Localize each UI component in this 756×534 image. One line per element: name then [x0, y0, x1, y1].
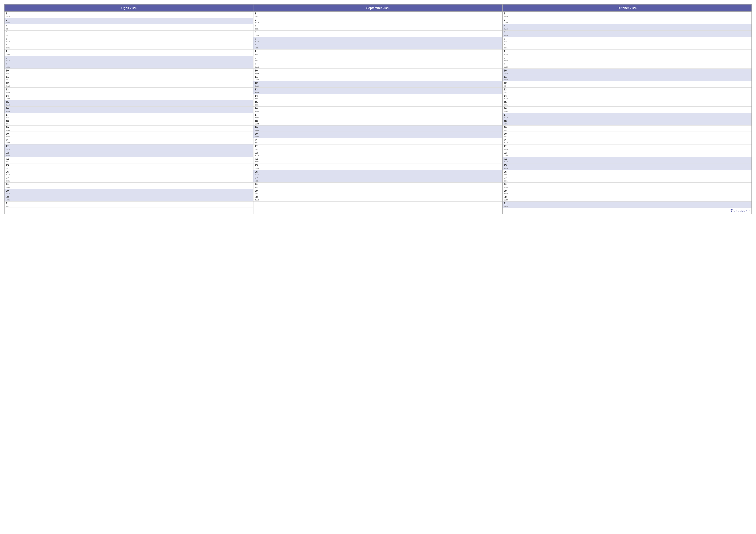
day-number: 4 — [255, 31, 259, 34]
day-name: RAB — [6, 129, 10, 131]
day-number: 19 — [6, 126, 10, 129]
day-number: 2 — [6, 18, 10, 21]
day-row: 1KHA — [502, 12, 751, 18]
day-number: 4 — [6, 31, 10, 34]
day-row: 8SAB — [5, 56, 253, 62]
day-row: 7RAB — [502, 50, 751, 56]
day-number: 23 — [255, 151, 259, 154]
day-number: 12 — [504, 82, 508, 85]
day-name: SEL — [504, 136, 508, 138]
day-row: 10ISN — [5, 69, 253, 75]
day-row: 2JUM — [502, 18, 751, 24]
day-number: 21 — [504, 139, 508, 142]
day-name: JUM — [6, 53, 10, 55]
day-row: 3SAB — [502, 24, 751, 31]
day-number: 22 — [504, 145, 508, 148]
day-number: 8 — [6, 56, 10, 60]
day-name: SEL — [255, 60, 259, 62]
day-number: 30 — [6, 195, 10, 198]
day-number: 19 — [255, 126, 259, 129]
day-name: ISN — [6, 161, 10, 163]
day-number: 10 — [255, 69, 259, 72]
day-number: 15 — [504, 101, 508, 104]
day-number: 3 — [255, 25, 259, 28]
day-number: 8 — [255, 56, 259, 60]
day-number: 19 — [504, 126, 508, 129]
day-row: 20AHA — [254, 132, 502, 138]
day-row: 27KHA — [5, 176, 253, 182]
day-row: 2AHA — [5, 18, 253, 24]
day-name: AHA — [6, 22, 10, 24]
day-number: 3 — [6, 25, 10, 28]
day-number: 31 — [504, 202, 508, 205]
day-number: 27 — [504, 177, 508, 180]
day-name: JUM — [255, 35, 259, 37]
day-name: JUM — [255, 79, 259, 81]
day-name: ISN — [255, 53, 259, 55]
day-name: SEL — [255, 192, 259, 194]
day-row: 7JUM — [5, 50, 253, 56]
day-row: 6SEL — [502, 43, 751, 50]
day-name: SEL — [504, 47, 508, 49]
day-row: 18AHA — [502, 119, 751, 126]
day-number: 23 — [6, 151, 10, 154]
day-number: 5 — [255, 38, 259, 40]
day-row: 24KHA — [254, 157, 502, 164]
day-name: KHA — [255, 117, 259, 119]
day-row: 18JUM — [254, 119, 502, 126]
day-row: 11SEL — [5, 75, 253, 81]
day-number: 15 — [255, 101, 259, 104]
day-number: 16 — [504, 107, 508, 110]
calendar-grid: Ogos 20261SAB2AHA3ISN4SEL5RAB6KHA7JUM8SA… — [4, 4, 752, 214]
day-number: 14 — [504, 94, 508, 97]
day-name: ISN — [255, 142, 259, 144]
day-row: 8KHA — [502, 56, 751, 62]
day-number: 10 — [6, 69, 10, 72]
day-number: 15 — [6, 101, 10, 104]
day-row: 11JUM — [254, 75, 502, 81]
day-row: 4AHA — [502, 31, 751, 37]
day-row: 16AHA — [5, 107, 253, 113]
day-number: 29 — [255, 189, 259, 192]
day-number: 7 — [6, 50, 10, 53]
day-number: 12 — [6, 82, 10, 85]
day-number: 28 — [6, 183, 10, 186]
day-number: 12 — [255, 82, 259, 85]
day-row: 29SEL — [254, 189, 502, 195]
day-name: JUM — [504, 66, 508, 68]
day-name: RAB — [504, 53, 508, 55]
day-row: 3KHA — [254, 24, 502, 31]
day-name: SAB — [6, 60, 10, 62]
day-number: 23 — [504, 151, 508, 154]
day-number: 30 — [504, 195, 508, 198]
day-row: 25SEL — [5, 164, 253, 170]
day-number: 27 — [6, 177, 10, 180]
day-name: SAB — [255, 41, 259, 43]
day-number: 20 — [255, 132, 259, 135]
day-row: 14RAB — [502, 94, 751, 100]
day-name: ISN — [504, 173, 508, 175]
day-number: 8 — [504, 56, 508, 60]
day-row: 6KHA — [5, 43, 253, 50]
day-number: 11 — [6, 75, 10, 78]
day-name: SEL — [504, 91, 508, 93]
day-name: AHA — [6, 66, 10, 68]
month-column-oktober: Oktober 20261KHA2JUM3SAB4AHA5ISN6SEL7RAB… — [502, 5, 751, 214]
day-row: 12ISN — [502, 81, 751, 88]
day-name: KHA — [504, 15, 508, 17]
day-number: 11 — [504, 75, 508, 78]
day-number: 22 — [6, 145, 10, 148]
day-row: 9RAB — [254, 62, 502, 68]
day-row: 23RAB — [254, 151, 502, 157]
day-name: RAB — [504, 142, 508, 144]
day-name: ISN — [255, 97, 259, 99]
day-name: KHA — [6, 91, 10, 93]
day-row: 26SAB — [254, 170, 502, 176]
day-number: 20 — [6, 132, 10, 135]
day-name: SEL — [504, 180, 508, 182]
day-number: 3 — [504, 25, 508, 28]
day-row: 28ISN — [254, 183, 502, 189]
day-name: JUM — [504, 155, 508, 157]
day-row: 1SEL — [254, 12, 502, 18]
day-row: 29SAB — [5, 189, 253, 195]
